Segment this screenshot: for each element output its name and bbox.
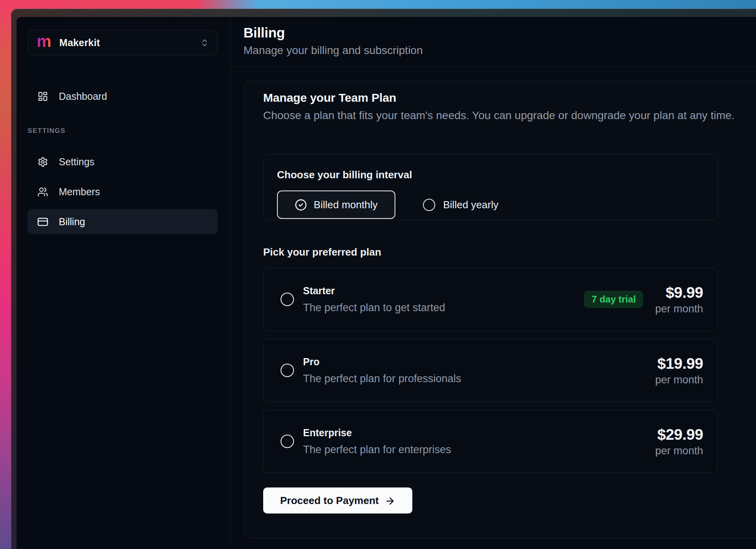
plan-text: Starter The perfect plan to get started <box>303 285 445 314</box>
window-titlebar[interactable] <box>11 9 756 17</box>
radio-circle-icon[interactable] <box>423 199 435 211</box>
app-content: m Makerkit Dashboard SETTINGS <box>17 17 756 549</box>
sidebar-item-members[interactable]: Members <box>28 179 217 204</box>
plan-name: Enterprise <box>303 427 451 439</box>
plan-text: Pro The perfect plan for professionals <box>303 356 461 385</box>
radio-circle-icon[interactable] <box>281 293 294 306</box>
radio-circle-icon[interactable] <box>281 364 294 377</box>
plan-cadence: per month <box>655 374 703 386</box>
radio-circle-icon[interactable] <box>281 435 294 448</box>
cta-label: Proceed to Payment <box>280 495 379 507</box>
app-window: m Makerkit Dashboard SETTINGS <box>11 9 756 549</box>
interval-option-yearly[interactable]: Billed yearly <box>423 199 498 211</box>
team-plan-card: Manage your Team Plan Choose a plan that… <box>244 81 756 538</box>
gear-icon <box>37 157 48 167</box>
trial-badge: 7 day trial <box>584 291 643 308</box>
plan-right: $19.99 per month <box>655 355 703 386</box>
plan-price-block: $29.99 per month <box>655 426 703 457</box>
plan-description: The perfect plan for professionals <box>303 373 461 385</box>
plan-price-block: $9.99 per month <box>655 284 703 315</box>
plan-price: $19.99 <box>655 355 703 372</box>
chevrons-up-down-icon <box>200 38 209 47</box>
card-subtitle: Choose a plan that fits your team's need… <box>263 109 756 122</box>
plan-description: The perfect plan for enterprises <box>303 444 451 456</box>
page-title: Billing <box>243 25 756 41</box>
plan-name: Starter <box>303 285 445 297</box>
sidebar-section-settings: SETTINGS <box>28 127 219 135</box>
billing-interval-label: Choose your billing interval <box>277 169 705 181</box>
plan-list: Starter The perfect plan to get started … <box>263 268 718 473</box>
main-area: Billing Manage your billing and subscrip… <box>231 17 756 549</box>
arrow-right-icon <box>385 496 395 506</box>
plan-text: Enterprise The perfect plan for enterpri… <box>303 427 451 456</box>
plan-row-enterprise[interactable]: Enterprise The perfect plan for enterpri… <box>263 410 718 473</box>
sidebar-item-label: Dashboard <box>59 91 107 102</box>
sidebar-item-label: Billing <box>59 216 85 228</box>
sidebar: m Makerkit Dashboard SETTINGS <box>17 17 231 549</box>
interval-option-label: Billed monthly <box>314 199 378 211</box>
card-title: Manage your Team Plan <box>263 91 756 105</box>
plan-name: Pro <box>303 356 461 368</box>
plan-price-block: $19.99 per month <box>655 355 703 386</box>
workspace-selector[interactable]: m Makerkit <box>28 30 217 55</box>
users-icon <box>37 187 48 197</box>
plan-right: 7 day trial $9.99 per month <box>584 284 703 315</box>
proceed-to-payment-button[interactable]: Proceed to Payment <box>263 487 412 514</box>
plan-row-pro[interactable]: Pro The perfect plan for professionals $… <box>263 339 718 402</box>
credit-card-icon <box>37 217 48 227</box>
plan-cadence: per month <box>655 445 703 457</box>
billing-interval-options: Billed monthly Billed yearly <box>277 190 705 219</box>
sidebar-item-label: Members <box>59 186 100 198</box>
sidebar-item-dashboard[interactable]: Dashboard <box>28 84 217 109</box>
plan-row-starter[interactable]: Starter The perfect plan to get started … <box>263 268 718 331</box>
page-header: Billing Manage your billing and subscrip… <box>231 17 756 67</box>
plan-description: The perfect plan to get started <box>303 302 445 314</box>
billing-interval-box: Choose your billing interval Billed mont… <box>263 154 718 220</box>
sidebar-item-billing[interactable]: Billing <box>28 209 217 234</box>
plan-price: $29.99 <box>655 426 703 443</box>
plan-right: $29.99 per month <box>655 426 703 457</box>
plan-cadence: per month <box>655 303 703 315</box>
page-subtitle: Manage your billing and subscription <box>243 44 756 57</box>
sidebar-item-label: Settings <box>59 156 94 168</box>
plan-price: $9.99 <box>655 284 703 301</box>
workspace-name: Makerkit <box>59 37 100 49</box>
makerkit-logo-icon: m <box>37 35 51 48</box>
desktop-wallpaper <box>0 0 756 9</box>
plan-picker-label: Pick your preferred plan <box>263 246 756 258</box>
sidebar-item-settings[interactable]: Settings <box>28 149 217 174</box>
interval-option-label: Billed yearly <box>443 199 498 211</box>
interval-option-monthly[interactable]: Billed monthly <box>277 190 395 219</box>
check-circle-icon <box>295 199 307 211</box>
dashboard-icon <box>37 91 48 102</box>
sidebar-nav: Dashboard SETTINGS Settings M <box>28 84 219 234</box>
